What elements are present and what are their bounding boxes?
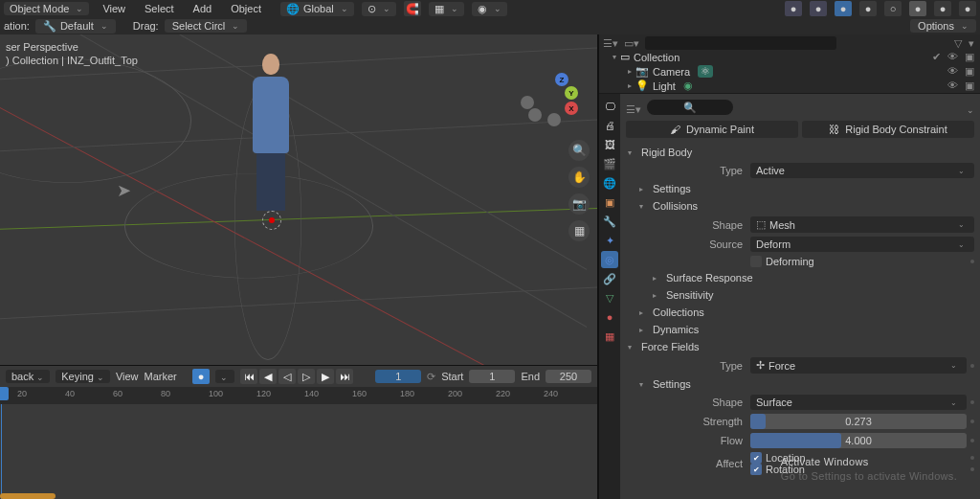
visibility-icons[interactable]: 👁 ▣ — [947, 65, 976, 78]
outliner-light[interactable]: ▸ 💡 Light ◉ 👁 ▣ — [603, 79, 976, 93]
tab-particles[interactable]: ✦ — [601, 232, 618, 249]
orientation-dropdown[interactable]: 🌐 Global — [280, 2, 354, 16]
gizmo-neg-axis[interactable] — [521, 96, 534, 109]
rigid-body-header[interactable]: ▾Rigid Body — [626, 144, 974, 161]
animate-dot[interactable] — [970, 260, 974, 263]
animate-dot[interactable] — [970, 364, 974, 368]
visibility-toggle[interactable]: ● — [785, 1, 802, 16]
timeline-ruler[interactable]: 20 40 60 80 100 120 140 160 180 200 220 … — [0, 387, 597, 404]
shading-wireframe[interactable]: ○ — [884, 1, 902, 16]
shading-matprev[interactable]: ● — [934, 1, 951, 16]
tab-world[interactable]: 🌐 — [601, 174, 618, 192]
affect-rotation-checkbox[interactable]: ✔ — [750, 464, 762, 475]
jump-start-icon[interactable]: ⏮ — [240, 369, 257, 384]
strength-field[interactable]: 0.273 — [750, 414, 967, 429]
3d-viewport[interactable]: ➤ ser Perspective ) Collection | INZ_Out… — [0, 34, 597, 365]
menu-view[interactable]: View — [97, 2, 131, 15]
tab-constraints[interactable]: 🔗 — [601, 270, 618, 287]
animate-dot[interactable] — [970, 420, 974, 423]
drag-mode[interactable]: Select Circl — [165, 19, 248, 33]
shading-solid[interactable]: ● — [909, 1, 926, 16]
tab-render[interactable]: 🖵 — [601, 98, 618, 115]
snap-toggle[interactable]: 🧲 — [404, 1, 421, 16]
ff-type-field[interactable]: ✢Force⌄ — [750, 357, 967, 374]
menu-object[interactable]: Object — [225, 2, 267, 15]
rigid-body-type-field[interactable]: Active⌄ — [750, 163, 974, 178]
outliner-editor-icon[interactable]: ☰▾ — [603, 37, 618, 50]
flow-field[interactable]: 4.000 — [750, 433, 967, 448]
options-icon[interactable] — [964, 103, 974, 115]
outliner-collection[interactable]: ▾ ▭ Collection ✔ 👁 ▣ — [603, 50, 976, 64]
tab-scene[interactable]: 🎬 — [601, 155, 618, 172]
playhead[interactable] — [1, 404, 2, 499]
dynamic-paint-tab[interactable]: 🖌Dynamic Paint — [626, 121, 798, 138]
play-icon[interactable]: ▷ — [298, 369, 315, 384]
perspective-toggle-icon[interactable]: ▦ — [568, 220, 590, 241]
snap-dropdown[interactable]: ▦ — [429, 2, 464, 16]
nav-gizmo[interactable]: Z Y X — [519, 73, 576, 130]
keying-menu[interactable]: Keying — [56, 370, 110, 383]
pan-icon[interactable]: ✋ — [568, 167, 590, 188]
pivot-dropdown[interactable]: ⊙ — [362, 2, 396, 16]
collections-header[interactable]: ▸Collections — [626, 304, 974, 321]
next-keyframe-icon[interactable]: ▶ — [317, 369, 334, 384]
timeline-marker-menu[interactable]: Marker — [145, 371, 177, 382]
keying-set-dropdown[interactable] — [215, 370, 234, 383]
menu-select[interactable]: Select — [139, 2, 180, 15]
collisions-header[interactable]: ▾Collisions — [626, 197, 974, 215]
end-frame-field[interactable]: 250 — [546, 370, 591, 383]
tab-material[interactable]: ● — [601, 308, 618, 326]
animate-dot[interactable] — [970, 439, 974, 442]
start-frame-field[interactable]: 1 — [469, 370, 515, 383]
properties-search[interactable]: 🔍 — [647, 100, 733, 115]
gizmo-toggle[interactable]: ● — [810, 1, 827, 16]
character-mesh[interactable] — [247, 54, 295, 216]
force-fields-header[interactable]: ▾Force Fields — [626, 338, 974, 355]
play-reverse-icon[interactable]: ◁ — [278, 369, 296, 384]
surface-response-header[interactable]: ▸Surface Response — [626, 269, 974, 286]
tab-texture[interactable]: ▦ — [601, 328, 618, 345]
outliner-search[interactable] — [645, 36, 836, 50]
xray-toggle[interactable]: ● — [859, 1, 877, 16]
tab-output[interactable]: 🖨 — [601, 117, 618, 134]
scrollbar-range[interactable] — [0, 493, 56, 499]
dynamics-header[interactable]: ▸Dynamics — [626, 321, 974, 338]
menu-add[interactable]: Add — [188, 2, 218, 15]
gizmo-y-axis[interactable]: Y — [565, 86, 578, 100]
rigid-body-constraint-tab[interactable]: ⛓Rigid Body Constraint — [802, 121, 974, 138]
proportional-dropdown[interactable]: ◉ — [472, 2, 507, 16]
filter-icon[interactable]: ▽ ▾ — [954, 37, 976, 50]
tab-viewlayer[interactable]: 🖼 — [601, 136, 618, 153]
tab-object[interactable]: ▣ — [601, 193, 618, 211]
options-dropdown[interactable]: Options — [910, 19, 976, 33]
editor-type-icon[interactable]: ☰▾ — [626, 103, 641, 116]
outliner-display-icon[interactable]: ▭▾ — [624, 37, 639, 50]
tab-physics[interactable]: ◎ — [601, 251, 618, 268]
sensitivity-header[interactable]: ▸Sensitivity — [626, 286, 974, 304]
collision-source-field[interactable]: Deform⌄ — [750, 237, 974, 252]
gizmo-neg-axis[interactable] — [547, 113, 561, 126]
current-frame-field[interactable]: 1 — [375, 370, 421, 383]
timeline-body[interactable] — [0, 404, 597, 499]
camera-view-icon[interactable]: 📷 — [568, 193, 590, 215]
affect-location-checkbox[interactable]: ✔ — [750, 452, 762, 464]
gizmo-x-axis[interactable]: X — [565, 102, 578, 115]
ff-shape-field[interactable]: Surface⌄ — [750, 395, 967, 410]
gizmo-z-axis[interactable]: Z — [555, 73, 568, 86]
shading-rendered[interactable]: ● — [959, 1, 976, 16]
mode-dropdown[interactable]: Object Mode — [4, 2, 89, 15]
tab-data[interactable]: ▽ — [601, 289, 618, 306]
animate-dot[interactable] — [970, 456, 974, 460]
deforming-checkbox[interactable] — [750, 256, 762, 267]
zoom-icon[interactable]: 🔍 — [568, 140, 590, 161]
outliner-camera[interactable]: ▸ 📷 Camera ⚛ 👁 ▣ — [603, 64, 976, 79]
collision-shape-field[interactable]: ⬚Mesh⌄ — [750, 216, 974, 233]
animate-dot[interactable] — [970, 400, 974, 404]
gizmo-neg-axis[interactable] — [528, 108, 542, 122]
playback-menu[interactable]: back — [6, 370, 50, 383]
animate-dot[interactable] — [970, 467, 974, 471]
timeline-view-menu[interactable]: View — [116, 371, 139, 382]
visibility-icons[interactable]: 👁 ▣ — [947, 79, 976, 92]
tab-modifiers[interactable]: 🔧 — [601, 213, 618, 230]
visibility-icons[interactable]: ✔ 👁 ▣ — [932, 51, 976, 63]
